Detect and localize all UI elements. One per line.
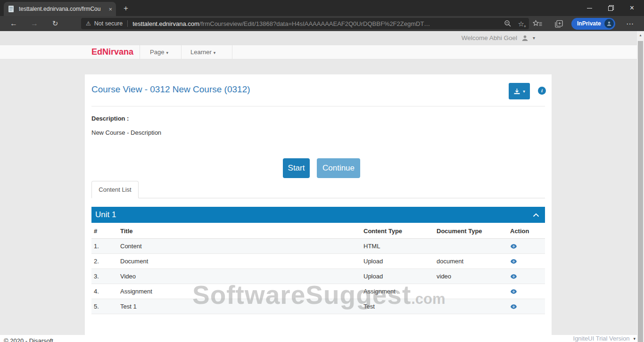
table-row: 1. Content HTML [91,239,545,254]
col-header-num: # [91,228,118,235]
description-label: Description : [91,115,129,122]
view-eye-icon[interactable] [510,274,517,279]
welcome-bar: Welcome Abhi Goel ▾ [0,31,637,45]
browser-tab[interactable]: testtalent.ednirvana.com/frmCou × [4,2,116,16]
close-icon: × [630,4,634,12]
chevron-up-icon [533,213,539,217]
cell-content-type: Test [361,303,434,310]
cell-content-type: Upload [361,258,434,265]
nav-divider [181,45,182,59]
refresh-button[interactable]: ↻ [47,16,63,31]
brand-logo[interactable]: EdNirvana [91,45,133,59]
chevron-down-icon: ▾ [214,50,216,55]
course-view-panel: Course View - 0312 New Course (0312) ▾ i… [85,74,552,335]
info-icon[interactable]: i [538,87,546,95]
welcome-text: Welcome Abhi Goel [462,34,517,41]
warning-icon: ⚠ [86,20,91,27]
profile-icon [606,21,612,26]
cell-num: 2. [91,258,118,265]
nav-item-label: Page [150,49,164,56]
cell-title: Assignment [118,288,361,295]
view-eye-icon[interactable] [510,259,517,264]
cell-num: 1. [91,243,118,250]
cell-num: 5. [91,303,118,310]
browser-toolbar: ← → ↻ ⚠ Not secure testtalent.ednirvana.… [0,16,644,31]
zoom-out-icon[interactable] [504,20,512,27]
divider [91,106,545,106]
table-row: 5. Test 1 Test [91,299,545,314]
not-secure-label[interactable]: Not secure [94,20,123,27]
inprivate-badge[interactable]: InPrivate [571,16,615,31]
more-menu-button[interactable]: ⋯ [626,16,634,31]
cell-content-type: Assignment [361,288,434,295]
cell-content-type: HTML [361,243,434,250]
collections-icon [554,20,563,28]
favorites-icon [533,20,542,27]
minimize-icon [587,8,592,8]
nav-divider [140,45,140,59]
new-tab-button[interactable]: + [121,3,131,14]
nav-divider [232,45,232,59]
cell-title: Test 1 [118,303,361,310]
copyright-text: © 2020 - Disarsoft [4,337,53,342]
address-bar[interactable]: ⚠ Not secure testtalent.ednirvana.com/fr… [81,18,529,29]
unit-accordion-header[interactable]: Unit 1 [91,207,545,223]
url-separator [127,20,128,27]
tab-content-list[interactable]: Content List [91,181,139,198]
back-button[interactable]: ← [6,16,22,31]
vertical-scrollbar[interactable]: ▴ [637,31,644,342]
forward-button[interactable]: → [26,16,42,31]
table-row: 3. Video Upload video [91,269,545,284]
tab-close-icon[interactable]: × [108,6,112,13]
page-footer: © 2020 - Disarsoft IgniteUI Trial Versio… [0,335,644,342]
continue-button[interactable]: Continue [317,158,360,178]
download-icon [513,88,520,95]
cell-title: Document [118,258,361,265]
view-eye-icon[interactable] [510,304,517,309]
user-icon[interactable] [521,35,528,41]
url-domain: testtalent.ednirvana.com [132,20,199,27]
col-header-document-type: Document Type [434,228,508,235]
chevron-down-icon: ▾ [166,50,168,55]
unit-title: Unit 1 [95,210,116,220]
restore-icon [608,5,614,11]
view-eye-icon[interactable] [510,289,517,294]
nav-item-page[interactable]: Page▾ [150,45,168,60]
window-controls: × [579,0,643,16]
download-caret-icon: ▾ [523,89,525,94]
nav-item-label: Learner [190,49,212,56]
nav-item-learner[interactable]: Learner▾ [190,45,215,60]
site-navbar: EdNirvana Page▾ Learner▾ [0,45,637,59]
scroll-up-icon[interactable]: ▴ [637,31,644,40]
tabs-row: Content List [91,181,545,198]
cell-content-type: Upload [361,273,434,280]
tab-title: testtalent.ednirvana.com/frmCou [19,6,106,12]
cell-document-type: video [434,273,508,280]
start-button[interactable]: Start [283,158,310,178]
col-header-content-type: Content Type [361,228,434,235]
minimize-button[interactable] [579,0,600,16]
page-title: Course View - 0312 New Course (0312) [91,84,250,95]
trial-caret-icon: ▾ [633,336,636,341]
view-eye-icon[interactable] [510,244,517,249]
col-header-title: Title [118,228,361,235]
cell-num: 4. [91,288,118,295]
close-window-button[interactable]: × [621,0,643,16]
avatar[interactable] [604,19,614,28]
add-favorite-icon[interactable]: ☆+ [518,20,524,27]
inprivate-label: InPrivate [577,20,601,27]
url-text[interactable]: testtalent.ednirvana.com/frmCourseview/E… [132,20,498,27]
user-menu-caret-icon[interactable]: ▾ [533,35,535,41]
restore-button[interactable] [600,0,621,16]
trial-badge[interactable]: IgniteUI Trial Version ▾ [573,335,636,342]
description-text: New Course - Description [91,129,161,136]
download-button[interactable]: ▾ [509,83,530,99]
scrollbar-thumb[interactable] [638,41,643,342]
collections-button[interactable] [554,16,563,31]
table-row: 2. Document Upload document [91,254,545,269]
cell-document-type: document [434,258,508,265]
favorites-bar-button[interactable] [533,16,542,31]
cell-num: 3. [91,273,118,280]
cell-title: Video [118,273,361,280]
plus-icon: + [524,24,526,29]
